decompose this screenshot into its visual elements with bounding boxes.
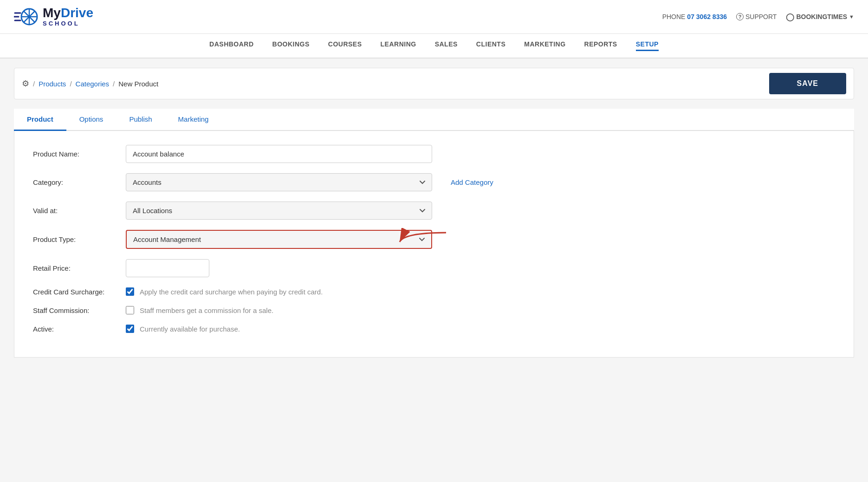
category-control: Accounts Other [126, 173, 432, 191]
category-select[interactable]: Accounts Other [126, 173, 432, 191]
product-name-label: Product Name: [33, 150, 117, 158]
main-nav: DASHBOARD BOOKINGS COURSES LEARNING SALE… [0, 34, 868, 59]
product-type-control: Account Management Standard Voucher [126, 230, 432, 249]
valid-at-select[interactable]: All Locations Location 1 [126, 202, 432, 220]
logo-school: SCHOOL [43, 20, 93, 27]
active-checkbox[interactable] [126, 325, 134, 333]
annotation-arrow [395, 228, 451, 251]
header-right: PHONE 07 3062 8336 ? SUPPORT ◯ BOOKINGTI… [662, 13, 854, 21]
retail-price-label: Retail Price: [33, 264, 117, 272]
active-label: Active: [33, 325, 117, 333]
product-type-label: Product Type: [33, 235, 117, 243]
valid-at-control: All Locations Location 1 [126, 202, 432, 220]
support-link[interactable]: ? SUPPORT [736, 13, 777, 20]
retail-price-row: Retail Price: [33, 259, 835, 277]
product-name-control [126, 145, 432, 163]
active-text: Currently available for purchase. [140, 325, 240, 333]
tab-publish[interactable]: Publish [116, 109, 165, 131]
product-name-input[interactable] [126, 145, 432, 163]
nav-setup[interactable]: SETUP [636, 40, 659, 51]
settings-icon[interactable]: ⚙ [22, 78, 29, 89]
svg-line-10 [31, 18, 35, 22]
logo-text: MyDrive SCHOOL [43, 6, 93, 27]
nav-dashboard[interactable]: DASHBOARD [209, 40, 254, 51]
svg-line-9 [24, 11, 28, 15]
credit-card-text: Apply the credit card surcharge when pay… [140, 288, 323, 296]
logo-drive: Drive [61, 6, 93, 20]
chevron-down-icon: ▼ [849, 14, 854, 20]
credit-card-checkbox[interactable] [126, 287, 134, 296]
staff-commission-control: Staff members get a commission for a sal… [126, 306, 273, 314]
nav-sales[interactable]: SALES [435, 40, 458, 51]
credit-card-row: Credit Card Surcharge: Apply the credit … [33, 287, 835, 296]
svg-line-11 [31, 11, 35, 15]
nav-clients[interactable]: CLIENTS [476, 40, 505, 51]
user-icon: ◯ [786, 13, 794, 21]
svg-line-12 [24, 18, 28, 22]
credit-card-control: Apply the credit card surcharge when pay… [126, 287, 323, 296]
save-button[interactable]: SAVE [769, 73, 846, 94]
logo-icon [14, 5, 38, 29]
product-type-row: Product Type: Account Management Standar… [33, 230, 835, 249]
tab-bar: Product Options Publish Marketing [14, 109, 854, 131]
bookingtimes-link[interactable]: ◯ BOOKINGTIMES ▼ [786, 13, 854, 21]
staff-commission-row: Staff Commission: Staff members get a co… [33, 306, 835, 314]
logo: MyDrive SCHOOL [14, 5, 93, 29]
nav-bookings[interactable]: BOOKINGS [272, 40, 310, 51]
credit-card-label: Credit Card Surcharge: [33, 288, 117, 296]
nav-reports[interactable]: REPORTS [584, 40, 617, 51]
logo-my: My [43, 6, 61, 20]
breadcrumb-products[interactable]: Products [39, 80, 66, 88]
svg-point-4 [27, 15, 31, 19]
header: MyDrive SCHOOL PHONE 07 3062 8336 ? SUPP… [0, 0, 868, 34]
category-label: Category: [33, 178, 117, 186]
content-area: ⚙ / Products / Categories / New Product … [0, 59, 868, 482]
header-phone: PHONE 07 3062 8336 [662, 13, 727, 20]
tab-options[interactable]: Options [66, 109, 117, 131]
retail-price-input[interactable] [126, 259, 209, 277]
breadcrumb-bar: ⚙ / Products / Categories / New Product … [14, 68, 854, 99]
nav-learning[interactable]: LEARNING [381, 40, 416, 51]
product-form: Product Name: Category: Accounts Other A… [14, 131, 854, 358]
staff-commission-text: Staff members get a commission for a sal… [140, 306, 273, 314]
valid-at-label: Valid at: [33, 207, 117, 215]
product-name-row: Product Name: [33, 145, 835, 163]
tab-marketing[interactable]: Marketing [165, 109, 222, 131]
product-type-select[interactable]: Account Management Standard Voucher [126, 230, 432, 249]
category-row: Category: Accounts Other Add Category [33, 173, 835, 191]
staff-commission-label: Staff Commission: [33, 306, 117, 314]
active-control: Currently available for purchase. [126, 325, 240, 333]
staff-commission-checkbox[interactable] [126, 306, 134, 314]
breadcrumb-categories[interactable]: Categories [76, 80, 110, 88]
breadcrumb-current: New Product [118, 80, 158, 88]
active-row: Active: Currently available for purchase… [33, 325, 835, 333]
retail-price-control [126, 259, 432, 277]
nav-courses[interactable]: COURSES [328, 40, 362, 51]
breadcrumb: ⚙ / Products / Categories / New Product [22, 78, 158, 89]
question-icon: ? [736, 13, 744, 20]
tab-product[interactable]: Product [14, 109, 66, 131]
valid-at-row: Valid at: All Locations Location 1 [33, 202, 835, 220]
add-category-link[interactable]: Add Category [451, 178, 493, 186]
nav-marketing[interactable]: MARKETING [524, 40, 565, 51]
